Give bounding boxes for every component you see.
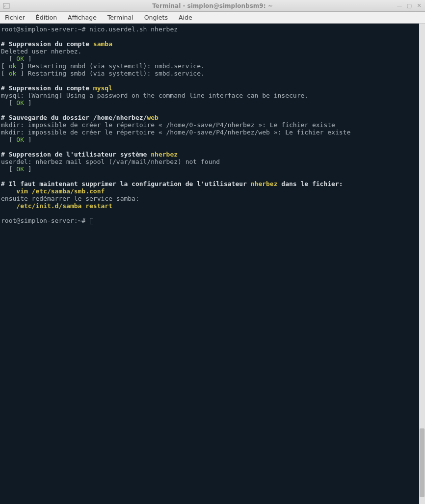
prompt-user: root@simplon-server bbox=[1, 217, 74, 224]
vertical-scrollbar[interactable] bbox=[419, 24, 425, 504]
window-titlebar: Terminal - simplon@simplonbsm9: ~ — ▢ ✕ bbox=[0, 0, 425, 12]
suggested-command: vim /etc/samba/smb.conf bbox=[16, 187, 105, 195]
prompt-sep: : bbox=[74, 217, 78, 224]
output-line: userdel: nherbez mail spool (/var/mail/n… bbox=[1, 158, 220, 165]
section-target: nherbez bbox=[251, 180, 278, 187]
minimize-icon[interactable]: — bbox=[397, 3, 402, 9]
section-header: # Suppression du compte bbox=[1, 84, 93, 92]
menu-tabs[interactable]: Onglets bbox=[142, 13, 170, 22]
bracket-open: [ bbox=[1, 99, 16, 106]
output-line: Deleted user nherbez. bbox=[1, 48, 81, 55]
close-icon[interactable]: ✕ bbox=[416, 3, 422, 9]
section-header: # Suppression du compte bbox=[1, 40, 93, 48]
bracket-open: [ bbox=[1, 165, 16, 173]
window-title: Terminal - simplon@simplonbsm9: ~ bbox=[152, 2, 272, 9]
bracket-open: [ bbox=[1, 55, 16, 62]
section-header: dans le fichier: bbox=[278, 180, 343, 187]
section-target: nherbez bbox=[151, 151, 178, 158]
status-ok: OK bbox=[16, 165, 24, 173]
section-header: # Sauvegarde du dossier /home/nherbez/ bbox=[1, 114, 147, 121]
bracket-close: ] bbox=[24, 136, 32, 143]
scrollbar-thumb[interactable] bbox=[420, 428, 425, 497]
section-target: web bbox=[147, 114, 158, 121]
status-ok: OK bbox=[16, 99, 24, 106]
output-line: ensuite redémarrer le service samba: bbox=[1, 195, 139, 202]
status-ok: OK bbox=[16, 136, 24, 143]
bracket-open: [ bbox=[1, 62, 9, 70]
prompt-sep: : bbox=[74, 26, 78, 33]
terminal-app-icon bbox=[3, 2, 10, 9]
svg-rect-0 bbox=[3, 3, 9, 8]
terminal-output[interactable]: root@simplon-server:~# nico.userdel.sh n… bbox=[0, 24, 419, 504]
menu-terminal[interactable]: Terminal bbox=[106, 13, 135, 22]
output-line: mysql: [Warning] Using a password on the… bbox=[1, 92, 308, 99]
bracket-close: ] bbox=[24, 165, 32, 173]
section-target: samba bbox=[93, 40, 112, 48]
section-header: # Il faut maintenant supprimer la config… bbox=[1, 180, 251, 187]
pad bbox=[1, 187, 16, 195]
suggested-command: /etc/init.d/samba restart bbox=[16, 202, 112, 210]
pad bbox=[1, 202, 16, 210]
bracket-open: [ bbox=[1, 70, 9, 77]
command-text: nico.userdel.sh nherbez bbox=[89, 26, 178, 33]
menu-bar: Fichier Édition Affichage Terminal Ongle… bbox=[0, 12, 425, 24]
maximize-icon[interactable]: ▢ bbox=[406, 3, 412, 9]
prompt-hash: # bbox=[81, 26, 89, 33]
section-header: # Suppression de l'utilisateur système bbox=[1, 151, 151, 158]
menu-file[interactable]: Fichier bbox=[3, 13, 27, 22]
status-ok: ok bbox=[9, 62, 17, 70]
bracket-open: [ bbox=[1, 136, 16, 143]
bracket-close: ] bbox=[24, 55, 32, 62]
menu-help[interactable]: Aide bbox=[177, 13, 194, 22]
status-ok: OK bbox=[16, 55, 24, 62]
menu-view[interactable]: Affichage bbox=[66, 13, 99, 22]
window-controls: — ▢ ✕ bbox=[397, 3, 422, 9]
bracket-close: ] bbox=[24, 99, 32, 106]
output-line: ] Restarting smbd (via systemctl): smbd.… bbox=[16, 70, 205, 77]
output-line: ] Restarting nmbd (via systemctl): nmbd.… bbox=[16, 62, 205, 70]
status-ok: ok bbox=[9, 70, 17, 77]
section-target: mysql bbox=[93, 84, 112, 92]
output-line: mkdir: impossible de créer le répertoire… bbox=[1, 129, 350, 136]
prompt-hash: # bbox=[81, 217, 89, 224]
terminal-cursor bbox=[90, 218, 93, 224]
terminal-container: root@simplon-server:~# nico.userdel.sh n… bbox=[0, 24, 425, 504]
output-line: mkdir: impossible de créer le répertoire… bbox=[1, 121, 335, 129]
prompt-user: root@simplon-server bbox=[1, 26, 74, 33]
menu-edit[interactable]: Édition bbox=[34, 13, 59, 22]
